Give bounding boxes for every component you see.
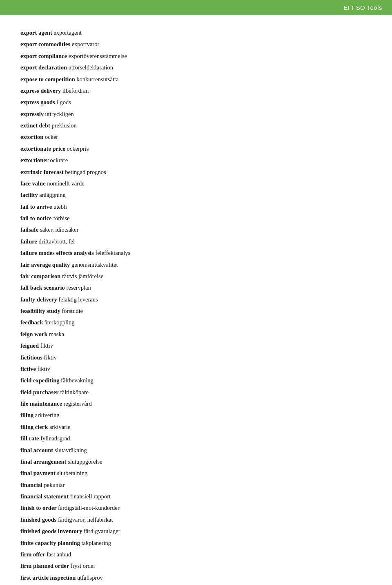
list-item: finished goods inventory färdigvarulager bbox=[20, 526, 372, 536]
translation-text: fryst order bbox=[71, 563, 96, 569]
translation-text: arkivering bbox=[35, 412, 60, 418]
list-item: expressly uttryckligen bbox=[20, 109, 372, 119]
list-item: extortioner ockrare bbox=[20, 155, 372, 165]
translation-text: driftavbrott, fel bbox=[38, 238, 75, 245]
translation-text: preklusion bbox=[52, 122, 77, 129]
list-item: firm offer fast anbud bbox=[20, 549, 372, 560]
translation-text: ockerpris bbox=[67, 145, 89, 152]
term-text: facility bbox=[20, 192, 39, 198]
translation-text: förstudie bbox=[62, 308, 83, 314]
translation-text: säker, idiotsäker bbox=[40, 226, 78, 233]
list-item: fictive fiktiv bbox=[20, 364, 372, 374]
term-text: finished goods bbox=[20, 516, 58, 523]
list-item: final payment slutbetalning bbox=[20, 468, 372, 478]
translation-text: exportvaror bbox=[72, 41, 100, 47]
translation-text: ocker bbox=[45, 134, 58, 140]
list-item: face value nominellt värde bbox=[20, 179, 372, 189]
translation-text: fiktiv bbox=[37, 366, 50, 372]
term-text: export commodities bbox=[20, 41, 72, 47]
term-text: fall back scenario bbox=[20, 284, 66, 291]
list-item: export commodities exportvaror bbox=[20, 39, 372, 49]
term-text: extortion bbox=[20, 134, 45, 140]
term-text: extrinsic forecast bbox=[20, 169, 65, 175]
list-item: extinct debt preklusion bbox=[20, 121, 372, 131]
translation-text: fast anbud bbox=[47, 551, 71, 558]
main-content: export agent exportagentexport commoditi… bbox=[0, 15, 392, 585]
translation-text: utförseldeklaration bbox=[69, 64, 114, 71]
translation-text: reservplan bbox=[66, 284, 91, 291]
term-text: firm offer bbox=[20, 551, 47, 558]
term-text: fair average quality bbox=[20, 261, 71, 268]
term-text: extortionate price bbox=[20, 145, 67, 152]
translation-text: nominellt värde bbox=[47, 180, 84, 187]
list-item: failsafe säker, idiotsäker bbox=[20, 225, 372, 235]
translation-text: feleffektanalys bbox=[95, 250, 130, 256]
translation-text: anläggning bbox=[39, 192, 65, 198]
term-text: file maintenance bbox=[20, 400, 64, 407]
list-item: file maintenance registervård bbox=[20, 399, 372, 409]
term-text: extortioner bbox=[20, 157, 50, 163]
list-item: fair average quality genomsnittskvalitet bbox=[20, 260, 372, 270]
term-text: extinct debt bbox=[20, 122, 52, 129]
term-text: feedback bbox=[20, 319, 45, 326]
translation-text: fiktiv bbox=[40, 342, 53, 349]
list-item: finite capacity planning takplanering bbox=[20, 538, 372, 548]
term-text: field purchaser bbox=[20, 389, 60, 395]
term-text: financial bbox=[20, 482, 44, 488]
term-text: export declaration bbox=[20, 64, 69, 71]
list-item: extrinsic forecast betingad prognos bbox=[20, 167, 372, 177]
translation-text: konkurrensutsätta bbox=[76, 76, 118, 83]
term-text: fair comparison bbox=[20, 273, 62, 279]
translation-text: fyllnadsgrad bbox=[40, 435, 70, 442]
list-item: final arrangement slutuppgörelse bbox=[20, 457, 372, 467]
list-item: failure modes effects analysis feleffekt… bbox=[20, 248, 372, 258]
list-item: facility anläggning bbox=[20, 190, 372, 200]
list-item: export compliance exportöverensstämmelse bbox=[20, 51, 372, 61]
term-text: face value bbox=[20, 180, 47, 187]
term-text: fictive bbox=[20, 366, 37, 372]
term-text: express delivery bbox=[20, 87, 62, 94]
translation-text: ilgods bbox=[56, 99, 71, 105]
translation-text: takplanering bbox=[81, 540, 111, 546]
translation-text: slutuppgörelse bbox=[68, 458, 102, 465]
list-item: failure driftavbrott, fel bbox=[20, 237, 372, 247]
term-text: final arrangement bbox=[20, 458, 68, 465]
translation-text: färdigvaror, helfabrikat bbox=[58, 516, 113, 523]
translation-text: finansiell rapport bbox=[70, 493, 111, 500]
list-item: finish to order färdigställ-mot-kundorde… bbox=[20, 503, 372, 513]
term-text: firm planned order bbox=[20, 563, 71, 569]
term-text: final account bbox=[20, 447, 55, 453]
translation-text: färdigvarulager bbox=[84, 528, 120, 534]
list-item: finished goods färdigvaror, helfabrikat bbox=[20, 515, 372, 525]
list-item: extortionate price ockerpris bbox=[20, 144, 372, 154]
term-text: filing clerk bbox=[20, 424, 49, 430]
list-item: financial statement finansiell rapport bbox=[20, 491, 372, 502]
list-item: expose to competition konkurrensutsätta bbox=[20, 74, 372, 85]
list-item: fair comparison rättvis jämförelse bbox=[20, 271, 372, 281]
translation-text: fältinköpare bbox=[60, 389, 89, 395]
translation-text: fiktiv bbox=[44, 354, 57, 361]
term-text: fail to notice bbox=[20, 215, 53, 221]
term-text: feigned bbox=[20, 342, 40, 349]
list-item: express goods ilgods bbox=[20, 97, 372, 107]
translation-text: ockrare bbox=[50, 157, 68, 163]
list-item: faulty delivery felaktig leverans bbox=[20, 295, 372, 305]
term-text: failure bbox=[20, 238, 38, 245]
term-text: feasibility study bbox=[20, 308, 62, 314]
translation-text: förbise bbox=[53, 215, 69, 221]
list-item: fail to arrive utebli bbox=[20, 202, 372, 212]
translation-text: exportöverensstämmelse bbox=[69, 53, 127, 59]
translation-text: slutavräkning bbox=[55, 447, 87, 453]
term-text: export agent bbox=[20, 29, 53, 36]
translation-text: slutbetalning bbox=[57, 470, 87, 476]
translation-text: återkoppling bbox=[45, 319, 74, 326]
term-text: finite capacity planning bbox=[20, 540, 81, 546]
translation-text: utebli bbox=[53, 203, 67, 210]
header-bar: EFFSO Tools bbox=[0, 0, 392, 15]
translation-text: rättvis jämförelse bbox=[62, 273, 103, 279]
term-text: fail to arrive bbox=[20, 203, 53, 210]
list-item: final account slutavräkning bbox=[20, 445, 372, 455]
term-text: export compliance bbox=[20, 53, 69, 59]
translation-text: genomsnittskvalitet bbox=[71, 261, 118, 268]
translation-text: arkivarie bbox=[49, 424, 71, 430]
